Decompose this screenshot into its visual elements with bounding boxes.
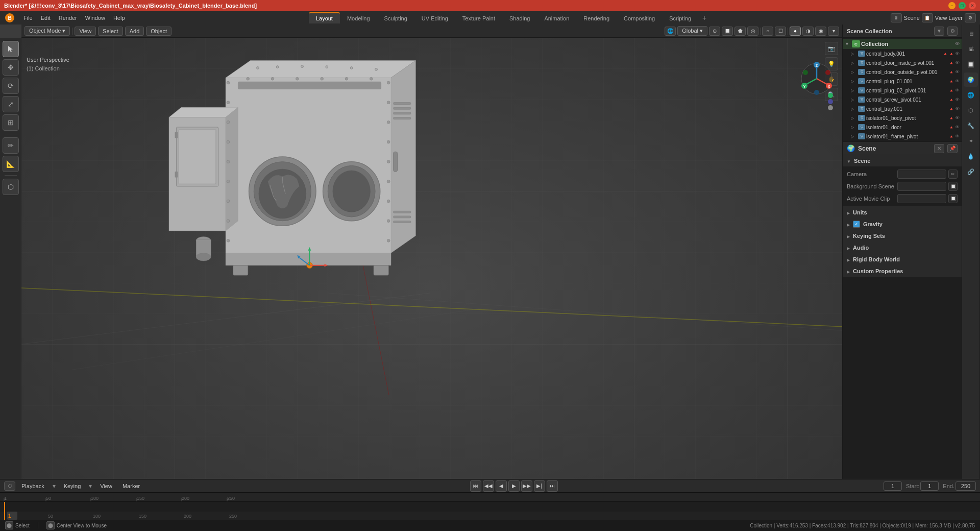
play-backward-btn[interactable]: ◀ — [496, 480, 507, 492]
transform-global[interactable]: Global ▾ — [677, 26, 707, 36]
outliner-item-plug-02[interactable]: ▷ ▽ control_plug_02_pivot.001 🔺 👁 — [843, 86, 962, 95]
play-forward-end-btn[interactable]: ▶▶ — [521, 480, 532, 492]
tab-scripting[interactable]: Scripting — [662, 12, 698, 23]
viewport-area[interactable]: User Perspective (1) Collection 📷 💡 ✋ 🔍 … — [21, 38, 842, 490]
outliner-filter-btn[interactable]: ▼ — [934, 27, 944, 36]
material-preview-btn[interactable]: ◑ — [802, 27, 814, 36]
tool-add-cube[interactable]: ⬡ — [3, 179, 19, 195]
menu-help[interactable]: Help — [109, 14, 129, 22]
outliner-item-plug-01[interactable]: ▷ ▽ control_plug_01.001 🔺 👁 — [843, 77, 962, 86]
global-space-dropdown[interactable]: 🌐 — [665, 27, 676, 36]
timeline-playback-menu[interactable]: Playback — [17, 482, 48, 490]
properties-tab-modifier[interactable]: 🔧 — [964, 118, 978, 133]
tool-move[interactable]: ✥ — [3, 59, 19, 76]
maximize-button[interactable]: □ — [959, 2, 966, 9]
outliner-item-iso-door[interactable]: ▷ ▽ isolator01_door 🔺 👁 — [843, 123, 962, 132]
tool-measure[interactable]: 📐 — [3, 156, 19, 172]
jump-to-end-btn[interactable]: ⏭ — [547, 480, 558, 492]
tool-transform[interactable]: ⊞ — [3, 114, 19, 131]
object-mode-dropdown[interactable]: Object Mode ▾ — [24, 26, 70, 36]
shading-options-btn[interactable]: ▾ — [828, 27, 839, 36]
xray-btn[interactable]: ☐ — [775, 27, 786, 36]
overlays-btn[interactable]: ○ — [762, 27, 773, 36]
outliner-item-door-inside[interactable]: ▷ ▽ control_door_inside_pivot.001 🔺 👁 — [843, 58, 962, 67]
outliner-item-control-body[interactable]: ▷ ▽ control_body.001 🔺 🔺 👁 — [843, 49, 962, 58]
tool-scale[interactable]: ⤢ — [3, 96, 19, 112]
background-scene-btn[interactable]: 🔲 — [948, 182, 958, 191]
start-frame-input[interactable] — [920, 481, 939, 491]
tool-rotate[interactable]: ⟳ — [3, 78, 19, 94]
tool-annotate[interactable]: ✏ — [3, 137, 19, 154]
view-layer-btn[interactable]: 📋 — [922, 13, 933, 22]
add-menu[interactable]: Add — [125, 27, 144, 36]
jump-to-start-btn[interactable]: ⏮ — [470, 480, 481, 492]
add-workspace-button[interactable]: + — [698, 12, 710, 24]
tab-sculpting[interactable]: Sculpting — [377, 12, 414, 23]
prev-frame-btn[interactable]: ◀◀ — [483, 480, 494, 492]
units-section-header[interactable]: Units — [843, 207, 962, 218]
properties-tab-constraints[interactable]: 🔗 — [964, 164, 978, 179]
properties-tab-particles[interactable]: ✦ — [964, 134, 978, 148]
gravity-checkbox[interactable]: ✓ — [853, 221, 860, 228]
audio-section-header[interactable]: Audio — [843, 242, 962, 253]
outliner-item-screw[interactable]: ▷ ▽ control_screw_pivot.001 🔺 👁 — [843, 95, 962, 104]
tab-modeling[interactable]: Modeling — [340, 12, 377, 23]
snap-btn[interactable]: 🔲 — [722, 27, 733, 36]
outliner-item-iso-frame[interactable]: ▷ ▽ isolator01_frame_pivot 🔺 👁 — [843, 132, 962, 141]
properties-tab-object[interactable]: ⬡ — [964, 103, 978, 117]
snap-magnet-btn[interactable]: ⬟ — [734, 27, 746, 36]
camera-value[interactable] — [897, 170, 946, 179]
select-menu[interactable]: Select — [98, 27, 123, 36]
movie-clip-value[interactable] — [897, 194, 946, 203]
outliner-settings-btn[interactable]: ⚙ — [947, 27, 958, 36]
outliner-item-iso-body[interactable]: ▷ ▽ isolator01_body_pivot 🔺 👁 — [843, 113, 962, 123]
tab-rendering[interactable]: Rendering — [576, 12, 617, 23]
custom-properties-header[interactable]: Custom Properties — [843, 266, 962, 277]
properties-tab-physics[interactable]: 💧 — [964, 149, 978, 163]
playback-dropdown[interactable]: ▾ — [51, 482, 58, 490]
rendered-btn[interactable]: ◉ — [815, 27, 826, 36]
end-frame-input[interactable] — [955, 481, 976, 491]
properties-tab-scene[interactable]: 🌍 — [964, 73, 978, 87]
play-btn[interactable]: ▶ — [508, 480, 520, 492]
render-icon-btn[interactable]: 🖥 — [891, 13, 902, 22]
properties-pin-btn[interactable]: 📌 — [947, 144, 958, 153]
eye-icon-collection[interactable]: 👁 — [955, 41, 960, 46]
properties-tab-render[interactable]: 🖥 — [964, 27, 978, 41]
background-scene-value[interactable] — [897, 182, 946, 191]
tool-select[interactable] — [3, 41, 19, 57]
current-frame-input[interactable]: 1 — [884, 481, 902, 491]
keying-dropdown[interactable]: ▾ — [87, 482, 94, 490]
scene-section-header[interactable]: Scene — [843, 155, 962, 166]
object-menu[interactable]: Object — [146, 27, 172, 36]
properties-tab-world[interactable]: 🌐 — [964, 88, 978, 102]
tab-shading[interactable]: Shading — [502, 12, 537, 23]
title-bar-controls[interactable]: − □ ✕ — [948, 2, 976, 9]
tab-compositing[interactable]: Compositing — [617, 12, 662, 23]
outliner-item-tray[interactable]: ▷ ▽ control_tray.001 🔺 👁 — [843, 104, 962, 113]
timeline-view-menu[interactable]: View — [96, 482, 116, 490]
properties-tab-view-layer[interactable]: 🔲 — [964, 57, 978, 71]
solid-shading-btn[interactable]: ● — [790, 27, 801, 36]
settings-btn[interactable]: ⚙ — [965, 13, 976, 22]
movie-clip-btn[interactable]: 🔲 — [948, 194, 958, 203]
timeline-keying-menu[interactable]: Keying — [60, 482, 85, 490]
gravity-section-header[interactable]: ✓ Gravity — [843, 219, 962, 230]
camera-new-btn[interactable]: ✏ — [948, 170, 958, 179]
close-button[interactable]: ✕ — [969, 2, 976, 9]
timeline-marker-menu[interactable]: Marker — [118, 482, 144, 490]
tab-layout[interactable]: Layout — [309, 12, 340, 23]
menu-edit[interactable]: Edit — [37, 14, 55, 22]
view-menu[interactable]: View — [75, 27, 96, 36]
timeline-body[interactable]: 1 50 100 150 200 250 — [0, 493, 980, 520]
timeline-track-area[interactable]: 1 50 100 150 200 250 — [0, 502, 980, 520]
menu-file[interactable]: File — [19, 14, 37, 22]
rigid-body-header[interactable]: Rigid Body World — [843, 254, 962, 265]
menu-window[interactable]: Window — [81, 14, 109, 22]
tab-uv-editing[interactable]: UV Editing — [414, 12, 455, 23]
outliner-collection[interactable]: ▼ C Collection 👁 — [843, 39, 962, 49]
viewport-cam-btn[interactable]: 📷 — [825, 42, 838, 55]
properties-tab-output[interactable]: 📽 — [964, 42, 978, 56]
tab-animation[interactable]: Animation — [537, 12, 576, 23]
next-frame-btn[interactable]: ▶| — [534, 480, 545, 492]
